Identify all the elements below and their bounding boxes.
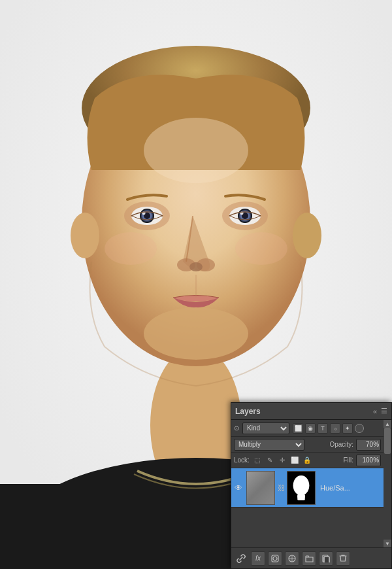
svg-point-30 (273, 557, 277, 560)
layer-name-label: Hue/Sa... (318, 484, 390, 492)
scroll-down-arrow[interactable]: ▼ (384, 540, 391, 547)
layer-mask-thumbnail (287, 471, 316, 505)
filter-pixel-icon[interactable]: ⬜ (293, 423, 303, 434)
layer-thumbnail-inner (247, 472, 274, 504)
add-mask-btn[interactable] (268, 551, 282, 566)
lock-row: Lock: ⬚ ✎ ✛ ⬜ 🔒 Fill: ▼ (231, 453, 391, 468)
lock-transparent-btn[interactable]: ⬚ (252, 455, 263, 466)
svg-point-6 (293, 213, 321, 258)
layers-panel: Layers « ☰ ⊙ Kind ⬜ ◉ T ⬦ ✦ Multiply Opa… (231, 402, 392, 569)
svg-point-8 (144, 118, 248, 183)
svg-point-22 (105, 232, 157, 265)
scroll-up-arrow[interactable]: ▲ (384, 420, 391, 428)
opacity-label: Opacity: (329, 441, 353, 448)
filter-circle-toggle[interactable] (355, 424, 364, 433)
filter-kind-label: ⊙ (234, 424, 239, 432)
layer-chain-icon[interactable]: ⛓ (277, 484, 285, 492)
fill-label: Fill: (344, 457, 354, 464)
svg-point-26 (293, 475, 310, 495)
filter-adjust-icon[interactable]: ◉ (305, 423, 316, 434)
blend-mode-select[interactable]: Multiply (234, 439, 304, 451)
filter-kind-select[interactable]: Kind (242, 422, 289, 434)
panel-menu-icon[interactable]: ☰ (381, 407, 387, 415)
blend-mode-row: Multiply Opacity: ▼ (231, 437, 391, 453)
svg-point-24 (144, 307, 248, 360)
lock-icons: ⬚ ✎ ✛ ⬜ 🔒 (252, 455, 312, 466)
opacity-input[interactable] (356, 439, 381, 451)
panel-header-icons: « ☰ (373, 407, 387, 415)
delete-layer-btn[interactable] (336, 551, 350, 566)
fx-btn[interactable]: fx (251, 551, 265, 566)
new-layer-btn[interactable] (319, 551, 333, 566)
svg-point-5 (71, 213, 99, 258)
collapse-icon[interactable]: « (373, 407, 377, 415)
link-layers-btn[interactable] (234, 551, 248, 566)
scroll-bar: ▲ ▼ (384, 420, 391, 547)
filter-shape-icon[interactable]: ⬦ (330, 423, 340, 434)
filter-icons: ⬜ ◉ T ⬦ ✦ (293, 423, 353, 434)
panel-toolbar: fx (231, 547, 391, 568)
filter-row: ⊙ Kind ⬜ ◉ T ⬦ ✦ (231, 420, 391, 437)
svg-point-23 (235, 232, 287, 265)
filter-type-icon[interactable]: T (318, 423, 328, 434)
lock-all-btn[interactable]: 🔒 (302, 455, 312, 466)
scroll-thumb[interactable] (384, 428, 391, 454)
layer-row[interactable]: 👁 ⛓ Hue/Sa... (231, 468, 391, 508)
lock-artboard-btn[interactable]: ⬜ (289, 455, 300, 466)
panel-header: Layers « ☰ (231, 403, 391, 420)
fill-input[interactable] (356, 455, 381, 466)
lock-image-btn[interactable]: ✎ (265, 455, 275, 466)
lock-position-btn[interactable]: ✛ (277, 455, 287, 466)
filter-smart-icon[interactable]: ✦ (342, 423, 353, 434)
panel-title: Layers (235, 407, 261, 416)
new-group-btn[interactable] (302, 551, 316, 566)
svg-rect-33 (324, 557, 329, 562)
new-fill-adjustment-btn[interactable] (285, 551, 299, 566)
scroll-track[interactable] (384, 428, 391, 540)
lock-label: Lock: (234, 457, 250, 464)
svg-point-28 (297, 492, 304, 500)
svg-point-21 (189, 262, 203, 271)
layer-thumbnail-main (246, 471, 275, 505)
layer-visibility-eye[interactable]: 👁 (233, 483, 244, 492)
